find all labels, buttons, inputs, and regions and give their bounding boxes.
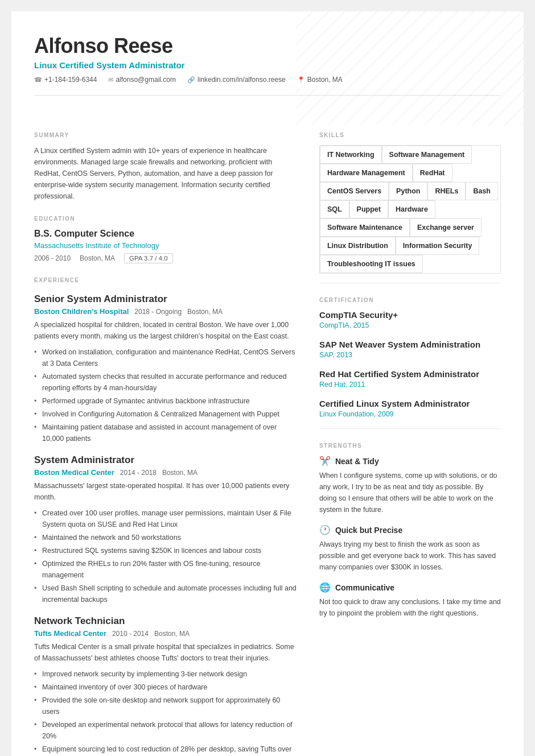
skill-tag: Troubleshooting IT issues [320,255,423,273]
bullet-item: Developed an experimental network protoc… [34,719,297,742]
job-location-2: Boston, MA [162,469,197,477]
edu-years: 2006 - 2010 [34,254,71,262]
edu-meta: 2006 - 2010 Boston, MA GPA 3.7 / 4.0 [34,253,297,263]
company-1: Boston Children's Hospital [34,307,129,316]
contact-row: ☎ +1-184-159-6344 ✉ alfonso@gmail.com 🔗 … [34,76,501,84]
bullet-item: Performed upgrade of Symantec antivirus … [34,395,297,407]
job-item: Senior System Administrator Boston Child… [34,294,297,444]
linkedin-icon: 🔗 [187,76,195,84]
skill-tag: Puppet [349,200,388,218]
skill-tag: Hardware Management [320,164,413,182]
skills-divider [319,283,501,283]
edu-school: Massachusetts Institute of Technology [34,241,297,250]
summary-text: A Linux certified System admin with 10+ … [34,145,297,202]
location-icon: 📍 [297,76,305,84]
education-section: B.S. Computer Science Massachusetts Inst… [34,229,297,263]
job-company-row-2: Boston Medical Center 2014 - 2018 Boston… [34,468,297,477]
skill-tag: Information Security [396,237,480,255]
left-column: SUMMARY A Linux certified System admin w… [34,118,297,756]
cert-divider [319,428,501,429]
phone-number: +1-184-159-6344 [44,76,97,84]
strength-item: 🕐 Quick but Precise Always trying my bes… [319,524,501,573]
strength-title: Neat & Tidy [335,457,379,466]
experience-label: EXPERIENCE [34,277,297,283]
strength-icon: 🌐 [319,582,331,593]
certifications-label: CERTIFICATION [319,297,501,303]
edu-location: Boston, MA [80,254,115,262]
job-years-2: 2014 - 2018 [120,469,157,477]
strength-title: Communicative [335,583,394,592]
resume-page: Alfonso Reese Linux Certified System Adm… [11,11,524,756]
strengths-label: STRENGTHS [319,443,501,449]
job-title-3: Network Technician [34,615,297,627]
job-years-1: 2018 - Ongoing [134,308,182,316]
cert-item: Certified Linux System Administrator Lin… [319,399,501,418]
skills-label: SKILLS [319,132,501,138]
skill-tag: Python [389,182,427,200]
header: Alfonso Reese Linux Certified System Adm… [11,11,524,95]
email-icon: ✉ [108,76,113,84]
job-location-3: Boston, MA [154,630,190,638]
skill-tag: Hardware [388,200,435,218]
content-wrapper: SUMMARY A Linux certified System admin w… [11,96,524,756]
strengths-list: ✂️ Neat & Tidy When I configure systems,… [319,456,501,619]
job-bullets-2: Created over 100 user profiles, manage u… [34,507,297,605]
cert-name: CompTIA Security+ [319,310,501,320]
bullet-item: Involved in Configuring Automation & Cen… [34,408,297,420]
bullet-item: Maintaining patient database and assiste… [34,422,297,444]
strength-icon: ✂️ [319,456,331,466]
linkedin-contact: 🔗 linkedin.com/in/alfonso.reese [187,76,286,84]
skill-tag: RedHat [413,164,452,182]
cert-item: CompTIA Security+ CompTIA, 2015 [319,310,501,329]
summary-label: SUMMARY [34,132,297,138]
skill-tag: IT Networking [320,146,382,164]
job-location-1: Boston, MA [187,308,223,316]
cert-issuer: CompTIA, 2015 [319,321,501,329]
skill-tag: SQL [320,200,349,218]
bullet-item: Maintained the network and 50 workstatio… [34,532,297,543]
strength-title-row: 🌐 Communicative [319,582,501,593]
bullet-item: Automated system checks that resulted in… [34,371,297,394]
job-title: Linux Certified System Administrator [34,60,501,70]
skills-grid: IT NetworkingSoftware ManagementHardware… [319,145,501,274]
company-2: Boston Medical Center [34,468,114,477]
certifications-list: CompTIA Security+ CompTIA, 2015 SAP Net … [319,310,501,418]
strength-text: Always trying my best to finish the work… [319,539,501,573]
strength-item: ✂️ Neat & Tidy When I configure systems,… [319,456,501,515]
education-label: EDUCATION [34,216,297,222]
skill-tag: CentOS Servers [320,182,389,200]
strength-title: Quick but Precise [335,526,402,535]
bullet-item: Improved network security by implementin… [34,668,297,680]
strength-text: Not too quick to draw any conclusions. I… [319,596,501,619]
job-item: System Administrator Boston Medical Cent… [34,455,297,605]
cert-item: SAP Net Weaver System Administration SAP… [319,340,501,359]
skill-tag: Linux Distribution [320,237,396,255]
bullet-item: Created over 100 user profiles, manage u… [34,507,297,530]
location-contact: 📍 Boston, MA [297,76,343,84]
bullet-item: Provided the sole on-site desktop and ne… [34,695,297,717]
gpa-badge: GPA 3.7 / 4.0 [124,253,173,263]
job-title-2: System Administrator [34,455,297,466]
bullet-item: Worked on installation, configuration an… [34,346,297,369]
strength-title-row: 🕐 Quick but Precise [319,524,501,535]
bullet-item: Maintained inventory of over 300 pieces … [34,681,297,693]
skill-tag: Exchange server [410,218,482,237]
location-text: Boston, MA [307,76,343,84]
bullet-item: Used Bash Shell scripting to schedule an… [34,583,297,605]
cert-name: Certified Linux System Administrator [319,399,501,408]
email-contact: ✉ alfonso@gmail.com [108,76,176,84]
cert-issuer: SAP, 2013 [319,351,501,359]
skill-tag: Software Maintenance [320,218,410,237]
cert-issuer: Linux Foundation, 2009 [319,410,501,418]
right-column: SKILLS IT NetworkingSoftware ManagementH… [319,118,501,756]
phone-icon: ☎ [34,76,42,84]
skill-tag: Software Management [382,146,472,164]
cert-name: Red Hat Certified System Administrator [319,369,501,379]
skill-tag: RHELs [427,182,466,200]
strength-icon: 🕐 [319,524,331,535]
job-bullets-1: Worked on installation, configuration an… [34,346,297,444]
job-desc-2: Massachussets' largest state-operated ho… [34,480,297,503]
cert-item: Red Hat Certified System Administrator R… [319,369,501,389]
cert-issuer: Red Hat, 2011 [319,381,501,389]
job-desc-1: A specialized hospital for children, loc… [34,319,297,342]
